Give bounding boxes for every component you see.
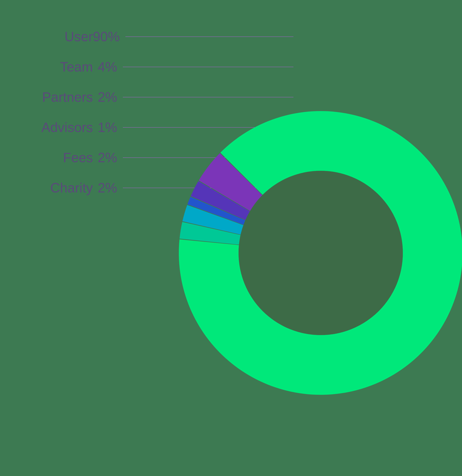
legend-line-team	[123, 67, 293, 67]
legend-item-team: Team 4%	[29, 59, 293, 75]
donut-chart-svg	[171, 104, 462, 402]
legend-item-partners: Partners 2%	[29, 89, 293, 105]
legend-label-team: Team	[29, 59, 93, 75]
legend-pct-charity: 2%	[93, 180, 117, 196]
legend-item-user: User 90%	[29, 29, 293, 44]
legend-pct-fees: 2%	[93, 150, 117, 165]
legend-line-user	[125, 36, 293, 37]
legend-label-fees: Fees	[29, 150, 93, 165]
donut-hole	[239, 171, 403, 335]
chart-container: User 90% Team 4% Partners 2% Advisors 1%…	[26, 14, 436, 462]
legend-label-partners: Partners	[29, 89, 93, 105]
legend-pct-advisors: 1%	[93, 120, 117, 135]
legend-label-user: User	[29, 29, 93, 44]
legend-pct-user: 90%	[93, 29, 120, 44]
legend-line-partners	[123, 97, 293, 97]
legend-label-charity: Charity	[29, 180, 93, 196]
legend-label-advisors: Advisors	[29, 120, 93, 135]
legend-pct-partners: 2%	[93, 89, 117, 105]
legend-pct-team: 4%	[93, 59, 117, 75]
